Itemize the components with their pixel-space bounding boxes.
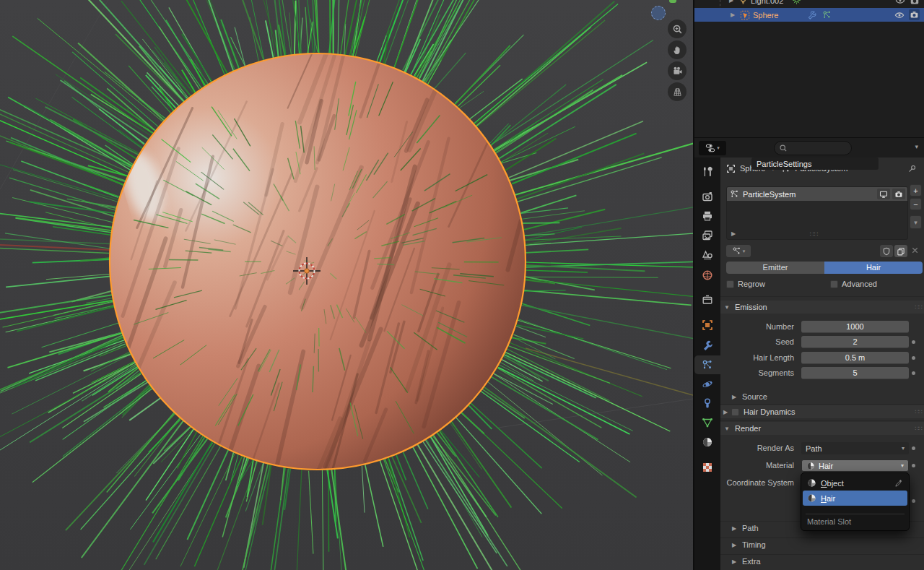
light-icon [738, 0, 748, 5]
property-tab-modifiers[interactable] [694, 336, 720, 355]
grip-icon[interactable]: ∷∷ [915, 408, 922, 415]
header-menu-chevron-icon[interactable]: ▾ [915, 143, 918, 150]
outliner-row-sphere[interactable]: ▶ Sphere [694, 8, 924, 22]
particle-system-name[interactable]: ParticleSystem [743, 190, 796, 199]
property-tab-view-layer[interactable] [694, 226, 720, 245]
remove-particle-system-button[interactable]: − [910, 198, 922, 210]
disclosure-closed-icon: ▶ [731, 525, 738, 532]
menu-item-label: Object [821, 479, 844, 488]
outliner-row-light[interactable]: ▶ Light.002 [694, 0, 924, 7]
field-label: Material [720, 459, 794, 471]
property-tab-object[interactable] [694, 316, 720, 334]
ortho-toggle-button[interactable] [668, 82, 687, 101]
material-dropdown-open[interactable]: Hair ▾ [801, 459, 909, 472]
panel-header-extra[interactable]: ▶ Extra [720, 556, 924, 567]
particle-system-list-item[interactable]: ParticleSystem [727, 187, 907, 201]
property-tab-physics[interactable] [694, 375, 720, 394]
property-tab-scene[interactable] [694, 246, 720, 264]
expand-arrow-icon[interactable]: ▶ [728, 0, 735, 4]
object-icon [702, 319, 713, 331]
object-icon [726, 164, 736, 173]
property-tab-constraints[interactable] [694, 394, 720, 413]
pan-button[interactable] [668, 40, 687, 59]
chevron-down-icon: ▾ [901, 462, 904, 469]
property-tab-texture[interactable] [694, 458, 720, 477]
panel-header-source[interactable]: ▶ Source [720, 391, 924, 402]
wrench-icon [807, 10, 816, 20]
animate-dot[interactable] [912, 446, 915, 450]
pan-hand-icon [672, 45, 683, 56]
fake-user-button[interactable] [880, 245, 893, 257]
property-tab-object-data[interactable] [694, 413, 720, 432]
nav-gizmo-axis-fragment[interactable] [669, 0, 676, 3]
camera-visibility-icon[interactable] [909, 9, 920, 20]
panel-title: Path [742, 524, 759, 532]
animate-dot[interactable] [912, 499, 915, 503]
eye-icon[interactable] [895, 0, 905, 6]
camera-icon[interactable] [892, 189, 905, 199]
property-tab-tool[interactable] [694, 163, 720, 181]
add-particle-system-button[interactable]: + [910, 184, 922, 197]
disclosure-open-icon: ▼ [723, 304, 731, 311]
world-icon [702, 269, 713, 281]
3d-viewport[interactable] [0, 0, 693, 570]
specials-menu-button[interactable]: ▾ [910, 215, 922, 229]
property-tab-material[interactable] [694, 433, 720, 452]
panel-title: Emission [735, 303, 767, 311]
camera-view-button[interactable] [668, 61, 687, 80]
animate-dot[interactable] [912, 371, 915, 375]
panel-header-render[interactable]: ▼ Render ∷∷ [720, 422, 924, 435]
property-tab-collection[interactable] [694, 290, 720, 309]
unlink-button[interactable] [910, 246, 920, 256]
grip-icon[interactable]: ∷∷ [810, 230, 818, 238]
outliner-item-label[interactable]: Sphere [753, 11, 778, 20]
field-label: Seed [720, 336, 794, 347]
material-sphere-icon [807, 478, 816, 488]
grip-icon[interactable]: ∷∷ [915, 303, 922, 311]
advanced-checkbox[interactable] [830, 280, 838, 288]
animate-dot[interactable] [912, 356, 915, 360]
property-tab-render[interactable] [694, 187, 720, 206]
settings-type-button[interactable]: ▾ [726, 245, 751, 257]
list-expand-arrow-icon[interactable]: ▶ [730, 230, 737, 237]
camera-visibility-icon[interactable] [910, 0, 920, 6]
monitor-icon[interactable] [877, 189, 890, 199]
eyedropper-icon[interactable] [894, 479, 903, 488]
tab-hair[interactable]: Hair [824, 262, 923, 274]
nav-gizmo-orbit[interactable] [651, 6, 666, 20]
material-menu-item-hair[interactable]: Hair [803, 491, 907, 506]
panel-header-hair-dynamics[interactable]: ▶ Hair Dynamics ∷∷ [720, 405, 924, 418]
eye-icon[interactable] [894, 10, 905, 20]
segments-field[interactable]: 5 [801, 367, 909, 379]
outliner-item-label[interactable]: Light.002 [751, 0, 783, 5]
panel-header-emission[interactable]: ▼ Emission ∷∷ [720, 301, 924, 314]
panel-header-timing[interactable]: ▶ Timing [720, 539, 924, 550]
field-label: Number [720, 321, 794, 332]
number-field[interactable]: 1000 [801, 321, 909, 333]
panel-title: Source [742, 392, 767, 401]
hair-length-field[interactable]: 0.5 m [801, 352, 909, 364]
pin-icon[interactable] [907, 164, 917, 173]
material-menu-footer: Material Slot [803, 515, 907, 527]
material-menu-item-object[interactable]: Object [803, 475, 907, 491]
grip-icon[interactable]: ∷∷ [915, 425, 922, 432]
copy-datablock-button[interactable] [894, 245, 907, 257]
property-tab-output[interactable] [694, 207, 720, 225]
animate-dot[interactable] [912, 464, 915, 467]
animate-dot[interactable] [912, 340, 915, 344]
search-input[interactable] [774, 141, 852, 155]
regrow-label: Regrow [738, 280, 765, 288]
seed-field[interactable]: 2 [801, 336, 909, 348]
particles-icon [822, 10, 832, 20]
settings-name-field[interactable]: ParticleSettings [751, 157, 879, 170]
expand-arrow-icon[interactable]: ▶ [729, 12, 736, 18]
zoom-button[interactable] [668, 20, 687, 38]
tab-emitter[interactable]: Emitter [726, 262, 824, 274]
viewport-canvas[interactable] [0, 0, 693, 570]
render-as-dropdown[interactable]: Path ▾ [801, 442, 909, 454]
regrow-checkbox[interactable] [726, 280, 734, 288]
editor-type-button[interactable]: ▾ [699, 141, 726, 155]
property-tab-world[interactable] [694, 266, 720, 285]
property-tab-particles[interactable] [694, 355, 720, 374]
hair-dynamics-checkbox[interactable] [731, 408, 739, 416]
